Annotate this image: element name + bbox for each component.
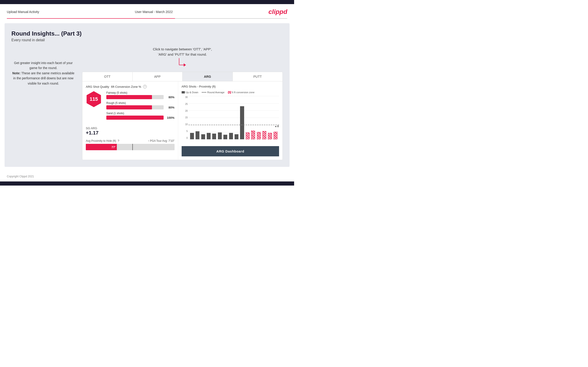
arrow-container [82,57,283,69]
bar-pct-fairway: 80% [165,95,174,99]
bar-row-fairway: Fairway (5 shots) 80% [106,91,174,99]
y-label-20: 20 [185,110,188,112]
y-label-30: 30 [185,96,188,99]
sg-label: SG ARG [86,126,174,130]
chart-area: 30 25 20 15 10 5 0 [182,96,279,146]
bar-fill-rough [106,105,152,109]
bar-hatch-15 [268,133,272,139]
copyright: Copyright Clippd 2021 [7,175,34,178]
proximity-help-icon[interactable]: ? [118,139,119,142]
bar-hatch-16 [274,132,277,139]
arg-dashboard-button[interactable]: ARG Dashboard [182,146,279,156]
hexagon-number: 115 [90,96,98,102]
bar-item-12 [251,131,256,139]
proximity-bar: 77' [86,144,174,150]
tab-arg[interactable]: ARG [182,72,233,81]
bar-pct-sand: 100% [165,116,174,119]
bar-row-sand: Sand (1 shots) 100% [106,112,174,120]
header-divider [7,18,287,19]
grid-line-0 [189,139,279,140]
conversion-label: 6ft Conversion Zone % [111,85,141,88]
proximity-marker [132,144,133,150]
nav-instruction: Click to navigate between 'OTT', 'APP','… [82,47,283,57]
svg-marker-2 [184,63,186,67]
bar-container-sand: 100% [106,116,174,120]
proximity-section: Avg Proximity to Hole (ft) ? ↑ PGA Tour … [86,139,174,150]
bar-container-fairway: 80% [106,95,174,99]
bar-hatch-12 [251,131,255,139]
insight-annotation: Get greater insight into each facet of y… [11,60,75,86]
bar-hatch-13 [257,132,261,139]
upload-label: Upload Manual Activity [7,10,39,14]
page-header: Round Insights... (Part 3) Every round i… [11,30,283,42]
insight-main-text: Get greater insight into each facet of y… [14,61,73,70]
top-bar [0,0,294,4]
chart-inner: ◄ 8 [189,96,279,139]
bar-item-10 [240,106,244,139]
note-label: Note: [12,71,21,75]
bar-item-14 [262,131,267,139]
bar-item-15 [268,133,272,139]
bar-item-11 [245,133,250,139]
bar-bg-rough [106,105,164,109]
dashboard-card: OTT APP ARG PUTT ARG Shot Quality 6ft Co… [82,72,283,160]
bar-item-9 [234,134,239,139]
proximity-bar-fill: 77' [86,144,117,150]
bar-label-sand: Sand (1 shots) [106,112,174,115]
bar-item-5 [212,133,216,139]
content-area: Get greater insight into each facet of y… [11,47,283,160]
proximity-value: 77' [111,145,115,149]
bar-solid-6 [218,133,222,139]
bar-label-rough: Rough (5 shots) [106,101,174,105]
bar-solid-7 [223,135,227,139]
dashed-line-label: ◄ 8 [274,125,279,128]
legend-updown: Up & Down [182,91,199,94]
bar-fill-fairway [106,95,152,99]
footer: Copyright Clippd 2021 [0,171,294,182]
pga-avg-label: ↑ PGA Tour Avg: 7'10" [148,139,174,142]
bar-bg-sand [106,116,164,120]
bar-item-3 [200,134,205,139]
proximity-header: Avg Proximity to Hole (ft) ? ↑ PGA Tour … [86,139,174,142]
shot-quality-bars: Fairway (5 shots) 80% Rou [106,91,174,122]
bar-solid-1 [190,133,194,139]
tab-bar: OTT APP ARG PUTT [82,72,283,81]
header: Upload Manual Activity User Manual - Mar… [0,4,294,18]
bar-label-fairway: Fairway (5 shots) [106,91,174,94]
bar-solid-3 [201,134,205,139]
left-panel: Get greater insight into each facet of y… [11,47,75,160]
legend-conversion-zone: 6 ft conversion zone [228,91,254,94]
shot-quality-header: ARG Shot Quality 6ft Conversion Zone % ? [86,85,174,88]
document-title: User Manual - March 2022 [135,10,173,14]
bar-hatch-11 [246,133,250,139]
bar-item-16 [273,132,278,139]
bar-solid-5 [212,133,216,139]
tab-ott[interactable]: OTT [82,72,133,81]
chart-title: ARG Shots - Proximity (ft) [182,85,216,88]
bar-solid-9 [234,134,238,139]
help-icon[interactable]: ? [143,85,147,88]
legend-conversion-label: 6 ft conversion zone [232,91,254,94]
chart-y-axis: 30 25 20 15 10 5 0 [182,96,189,139]
bar-item-2 [195,131,200,139]
tab-app[interactable]: APP [133,72,183,81]
y-label-25: 25 [185,103,188,105]
page-subtitle: Every round in detail [11,38,283,42]
hexagon-container: 115 Fairway (5 shots) [86,91,174,122]
bar-item-6 [217,133,222,139]
legend-dashed-icon [202,92,206,92]
right-panel: Click to navigate between 'OTT', 'APP','… [82,47,283,160]
sg-value: +1.17 [86,130,174,136]
shot-quality-label: ARG Shot Quality [86,85,109,88]
legend-round-avg-label: Round Average [207,91,225,94]
sg-section: SG ARG +1.17 [86,126,174,136]
y-label-10: 10 [185,123,188,125]
tab-putt[interactable]: PUTT [233,72,283,81]
hexagon-shape: 115 [86,91,102,107]
right-section: ARG Shots - Proximity (ft) Up & Down Rou… [178,81,283,160]
dashboard-body: ARG Shot Quality 6ft Conversion Zone % ?… [82,81,283,160]
main-content: Round Insights... (Part 3) Every round i… [5,23,290,167]
legend-hatch-icon [228,91,231,93]
bar-item-8 [228,133,233,139]
y-label-5: 5 [186,130,188,133]
